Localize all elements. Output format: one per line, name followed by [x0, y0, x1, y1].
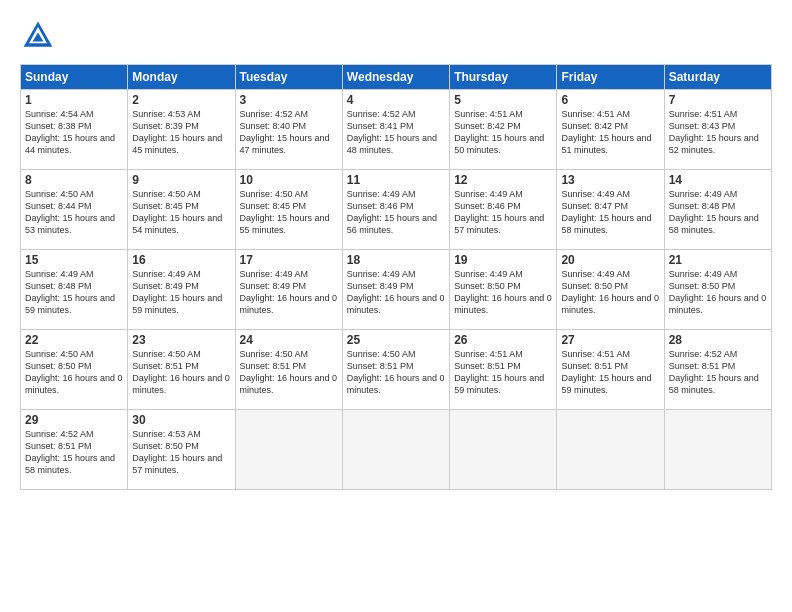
sunset-label: Sunset: 8:47 PM: [561, 201, 628, 211]
daylight-label: Daylight: 15 hours and 57 minutes.: [454, 213, 544, 235]
sunrise-label: Sunrise: 4:54 AM: [25, 109, 94, 119]
sunrise-label: Sunrise: 4:52 AM: [25, 429, 94, 439]
day-cell: 28 Sunrise: 4:52 AM Sunset: 8:51 PM Dayl…: [664, 330, 771, 410]
sunset-label: Sunset: 8:49 PM: [347, 281, 414, 291]
week-row-2: 8 Sunrise: 4:50 AM Sunset: 8:44 PM Dayli…: [21, 170, 772, 250]
day-info: Sunrise: 4:51 AM Sunset: 8:51 PM Dayligh…: [561, 348, 659, 397]
day-number: 18: [347, 253, 445, 267]
header-saturday: Saturday: [664, 65, 771, 90]
day-number: 13: [561, 173, 659, 187]
day-cell: 15 Sunrise: 4:49 AM Sunset: 8:48 PM Dayl…: [21, 250, 128, 330]
day-cell: 12 Sunrise: 4:49 AM Sunset: 8:46 PM Dayl…: [450, 170, 557, 250]
daylight-label: Daylight: 16 hours and 0 minutes.: [347, 293, 445, 315]
day-cell: 30 Sunrise: 4:53 AM Sunset: 8:50 PM Dayl…: [128, 410, 235, 490]
sunset-label: Sunset: 8:51 PM: [240, 361, 307, 371]
day-cell: 17 Sunrise: 4:49 AM Sunset: 8:49 PM Dayl…: [235, 250, 342, 330]
day-number: 29: [25, 413, 123, 427]
sunset-label: Sunset: 8:51 PM: [132, 361, 199, 371]
sunset-label: Sunset: 8:50 PM: [561, 281, 628, 291]
day-cell: 8 Sunrise: 4:50 AM Sunset: 8:44 PM Dayli…: [21, 170, 128, 250]
day-info: Sunrise: 4:50 AM Sunset: 8:51 PM Dayligh…: [347, 348, 445, 397]
day-cell: 18 Sunrise: 4:49 AM Sunset: 8:49 PM Dayl…: [342, 250, 449, 330]
sunrise-label: Sunrise: 4:49 AM: [347, 189, 416, 199]
sunset-label: Sunset: 8:46 PM: [454, 201, 521, 211]
sunrise-label: Sunrise: 4:51 AM: [454, 349, 523, 359]
day-number: 14: [669, 173, 767, 187]
daylight-label: Daylight: 15 hours and 53 minutes.: [25, 213, 115, 235]
daylight-label: Daylight: 15 hours and 56 minutes.: [347, 213, 437, 235]
week-row-3: 15 Sunrise: 4:49 AM Sunset: 8:48 PM Dayl…: [21, 250, 772, 330]
day-number: 28: [669, 333, 767, 347]
sunset-label: Sunset: 8:50 PM: [132, 441, 199, 451]
day-number: 27: [561, 333, 659, 347]
day-cell: [450, 410, 557, 490]
sunrise-label: Sunrise: 4:50 AM: [132, 349, 201, 359]
day-info: Sunrise: 4:51 AM Sunset: 8:42 PM Dayligh…: [561, 108, 659, 157]
daylight-label: Daylight: 16 hours and 0 minutes.: [132, 373, 230, 395]
week-row-4: 22 Sunrise: 4:50 AM Sunset: 8:50 PM Dayl…: [21, 330, 772, 410]
sunrise-label: Sunrise: 4:49 AM: [132, 269, 201, 279]
daylight-label: Daylight: 16 hours and 0 minutes.: [347, 373, 445, 395]
day-number: 16: [132, 253, 230, 267]
day-info: Sunrise: 4:53 AM Sunset: 8:50 PM Dayligh…: [132, 428, 230, 477]
day-number: 15: [25, 253, 123, 267]
day-info: Sunrise: 4:49 AM Sunset: 8:48 PM Dayligh…: [669, 188, 767, 237]
sunset-label: Sunset: 8:42 PM: [561, 121, 628, 131]
day-cell: 16 Sunrise: 4:49 AM Sunset: 8:49 PM Dayl…: [128, 250, 235, 330]
day-number: 12: [454, 173, 552, 187]
sunrise-label: Sunrise: 4:51 AM: [561, 109, 630, 119]
sunset-label: Sunset: 8:50 PM: [25, 361, 92, 371]
sunrise-label: Sunrise: 4:49 AM: [454, 269, 523, 279]
day-info: Sunrise: 4:50 AM Sunset: 8:51 PM Dayligh…: [132, 348, 230, 397]
sunrise-label: Sunrise: 4:49 AM: [454, 189, 523, 199]
daylight-label: Daylight: 15 hours and 55 minutes.: [240, 213, 330, 235]
daylight-label: Daylight: 16 hours and 0 minutes.: [454, 293, 552, 315]
daylight-label: Daylight: 16 hours and 0 minutes.: [25, 373, 123, 395]
day-number: 1: [25, 93, 123, 107]
sunrise-label: Sunrise: 4:50 AM: [347, 349, 416, 359]
sunrise-label: Sunrise: 4:50 AM: [25, 349, 94, 359]
day-cell: 24 Sunrise: 4:50 AM Sunset: 8:51 PM Dayl…: [235, 330, 342, 410]
day-cell: [557, 410, 664, 490]
day-number: 17: [240, 253, 338, 267]
daylight-label: Daylight: 15 hours and 51 minutes.: [561, 133, 651, 155]
day-cell: 26 Sunrise: 4:51 AM Sunset: 8:51 PM Dayl…: [450, 330, 557, 410]
sunrise-label: Sunrise: 4:52 AM: [669, 349, 738, 359]
sunset-label: Sunset: 8:39 PM: [132, 121, 199, 131]
day-cell: 6 Sunrise: 4:51 AM Sunset: 8:42 PM Dayli…: [557, 90, 664, 170]
day-info: Sunrise: 4:49 AM Sunset: 8:49 PM Dayligh…: [347, 268, 445, 317]
sunset-label: Sunset: 8:45 PM: [240, 201, 307, 211]
daylight-label: Daylight: 15 hours and 54 minutes.: [132, 213, 222, 235]
day-number: 2: [132, 93, 230, 107]
day-number: 22: [25, 333, 123, 347]
sunrise-label: Sunrise: 4:49 AM: [25, 269, 94, 279]
day-cell: 1 Sunrise: 4:54 AM Sunset: 8:38 PM Dayli…: [21, 90, 128, 170]
sunset-label: Sunset: 8:51 PM: [669, 361, 736, 371]
day-number: 9: [132, 173, 230, 187]
day-cell: 14 Sunrise: 4:49 AM Sunset: 8:48 PM Dayl…: [664, 170, 771, 250]
daylight-label: Daylight: 15 hours and 58 minutes.: [25, 453, 115, 475]
daylight-label: Daylight: 15 hours and 44 minutes.: [25, 133, 115, 155]
sunrise-label: Sunrise: 4:53 AM: [132, 109, 201, 119]
sunrise-label: Sunrise: 4:50 AM: [240, 349, 309, 359]
sunrise-label: Sunrise: 4:50 AM: [132, 189, 201, 199]
week-row-1: 1 Sunrise: 4:54 AM Sunset: 8:38 PM Dayli…: [21, 90, 772, 170]
day-cell: 27 Sunrise: 4:51 AM Sunset: 8:51 PM Dayl…: [557, 330, 664, 410]
day-info: Sunrise: 4:52 AM Sunset: 8:41 PM Dayligh…: [347, 108, 445, 157]
sunrise-label: Sunrise: 4:52 AM: [240, 109, 309, 119]
day-info: Sunrise: 4:49 AM Sunset: 8:46 PM Dayligh…: [347, 188, 445, 237]
day-cell: 22 Sunrise: 4:50 AM Sunset: 8:50 PM Dayl…: [21, 330, 128, 410]
sunset-label: Sunset: 8:49 PM: [240, 281, 307, 291]
sunset-label: Sunset: 8:48 PM: [669, 201, 736, 211]
day-number: 11: [347, 173, 445, 187]
sunset-label: Sunset: 8:50 PM: [454, 281, 521, 291]
day-info: Sunrise: 4:49 AM Sunset: 8:49 PM Dayligh…: [240, 268, 338, 317]
day-cell: 23 Sunrise: 4:50 AM Sunset: 8:51 PM Dayl…: [128, 330, 235, 410]
day-number: 30: [132, 413, 230, 427]
sunset-label: Sunset: 8:38 PM: [25, 121, 92, 131]
day-info: Sunrise: 4:50 AM Sunset: 8:44 PM Dayligh…: [25, 188, 123, 237]
day-number: 25: [347, 333, 445, 347]
daylight-label: Daylight: 15 hours and 48 minutes.: [347, 133, 437, 155]
day-info: Sunrise: 4:49 AM Sunset: 8:49 PM Dayligh…: [132, 268, 230, 317]
day-cell: 21 Sunrise: 4:49 AM Sunset: 8:50 PM Dayl…: [664, 250, 771, 330]
